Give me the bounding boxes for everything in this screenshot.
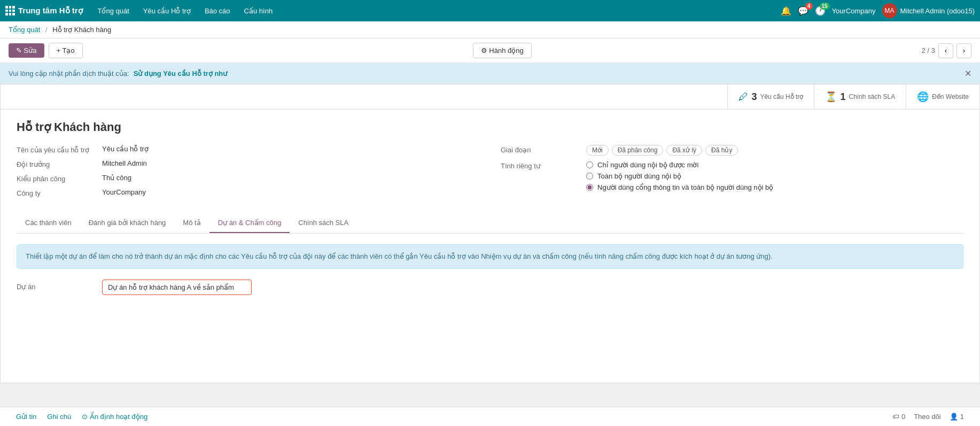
- cong-ty-label: Công ty: [17, 188, 102, 197]
- du-an-input[interactable]: Dự án hỗ trợ khách hàng A về sản phẩm: [102, 280, 252, 295]
- stage-huy[interactable]: Đã hủy: [705, 145, 738, 156]
- kieu-phan-cong-label: Kiểu phân công: [17, 174, 102, 183]
- breadcrumb-current: Hỗ trợ Khách hàng: [52, 26, 111, 34]
- action-button[interactable]: ⚙ Hành động: [473, 43, 532, 58]
- menu-cau-hinh[interactable]: Cấu hình: [238, 4, 279, 18]
- breadcrumb: Tổng quát / Hỗ trợ Khách hàng: [0, 21, 980, 38]
- prev-button[interactable]: ‹: [938, 43, 953, 58]
- tab-chinh-sach[interactable]: Chính sách SLA: [290, 213, 357, 233]
- updates-icon[interactable]: 🕐 15: [815, 6, 826, 16]
- stages-row: Mới Đã phân công Đã xử lý Đã hủy: [586, 145, 738, 156]
- updates-badge: 15: [820, 3, 830, 10]
- info-box: Thiết lập một dự án để làm cho nó trở th…: [17, 244, 963, 269]
- alert-link[interactable]: Sử dụng Yêu cầu Hỗ trợ như: [134, 69, 228, 78]
- menu-bao-cao[interactable]: Báo cáo: [198, 4, 237, 18]
- form-left-col: Tên của yêu cầu hỗ trợ Yêu cầu hỗ trợ Độ…: [17, 145, 479, 203]
- notifications-bell[interactable]: 🔔: [781, 6, 791, 16]
- row-giai-doan: Giai đoạn Mới Đã phân công Đã xử lý Đã h…: [501, 145, 963, 156]
- messages-badge: 4: [805, 3, 813, 10]
- form-grid: Tên của yêu cầu hỗ trợ Yêu cầu hỗ trợ Độ…: [17, 145, 963, 203]
- globe-icon: 🌐: [917, 91, 929, 103]
- row-ten-yeu-cau: Tên của yêu cầu hỗ trợ Yêu cầu hỗ trợ: [17, 145, 479, 154]
- stage-xu-ly[interactable]: Đã xử lý: [666, 145, 702, 156]
- user-menu[interactable]: MA Mitchell Admin (odoo15): [882, 3, 975, 18]
- kieu-phan-cong-value: Thủ công: [102, 174, 479, 182]
- privacy-portal[interactable]: Người dùng cổng thông tin và toàn bộ ngư…: [586, 183, 773, 191]
- main-content: 🖊 3 Yêu cầu Hỗ trợ ⏳ 1 Chính sách SLA 🌐 …: [0, 84, 980, 383]
- yeu-cau-count: 3: [751, 91, 757, 103]
- stage-moi[interactable]: Mới: [586, 145, 609, 156]
- hourglass-icon: ⏳: [825, 91, 837, 103]
- alert-close[interactable]: ✕: [965, 68, 971, 79]
- giai-doan-label: Giai đoạn: [501, 145, 586, 154]
- smart-btn-website[interactable]: 🌐 Đến Website: [906, 84, 979, 109]
- pagination: 2 / 3 ‹ ›: [922, 43, 971, 58]
- edit-button[interactable]: ✎ Sửa: [9, 43, 44, 58]
- privacy-internal[interactable]: Toàn bộ người dùng nội bộ: [586, 172, 773, 180]
- doi-truong-value: Mitchell Admin: [102, 159, 479, 167]
- pagination-text: 2 / 3: [922, 47, 935, 55]
- sla-label: Chính sách SLA: [849, 93, 895, 100]
- pencil-icon: 🖊: [738, 91, 748, 103]
- website-label: Đến Website: [932, 93, 969, 100]
- messages-icon[interactable]: 💬 4: [798, 6, 808, 16]
- row-kieu-phan-cong: Kiểu phân công Thủ công: [17, 174, 479, 183]
- alert-banner: Vui lòng cập nhật phần dịch thuật của: S…: [0, 63, 980, 84]
- tab-thanh-vien[interactable]: Các thành viên: [17, 213, 80, 233]
- tab-danh-gia[interactable]: Đánh giá bởi khách hàng: [80, 213, 175, 233]
- tab-mo-ta[interactable]: Mô tả: [174, 213, 209, 233]
- ten-yeu-cau-label: Tên của yêu cầu hỗ trợ: [17, 145, 102, 154]
- new-button[interactable]: + Tạo: [49, 43, 83, 58]
- smart-btn-sla[interactable]: ⏳ 1 Chính sách SLA: [814, 84, 906, 109]
- company-name[interactable]: YourCompany: [832, 7, 876, 15]
- smart-buttons-bar: 🖊 3 Yêu cầu Hỗ trợ ⏳ 1 Chính sách SLA 🌐 …: [1, 84, 979, 110]
- alert-text: Vui lòng cập nhật phần dịch thuật của:: [9, 69, 129, 78]
- topnav-right: 🔔 💬 4 🕐 15 YourCompany MA Mitchell Admin…: [781, 3, 975, 18]
- row-cong-ty: Công ty YourCompany: [17, 188, 479, 197]
- sla-count: 1: [840, 91, 845, 103]
- cong-ty-value: YourCompany: [102, 188, 479, 196]
- form-title: Hỗ trợ Khách hàng: [17, 120, 963, 134]
- breadcrumb-parent[interactable]: Tổng quát: [9, 26, 40, 34]
- stage-phan-cong[interactable]: Đã phân công: [612, 145, 664, 156]
- privacy-options: Chỉ người dùng nội bộ được mời Toàn bộ n…: [586, 161, 773, 191]
- tinh-rieng-tu-label: Tính riêng tư: [501, 161, 586, 170]
- du-an-field-label: Dự án: [17, 280, 102, 291]
- privacy-invited[interactable]: Chỉ người dùng nội bộ được mời: [586, 161, 773, 169]
- form-area: Hỗ trợ Khách hàng Tên của yêu cầu hỗ trợ…: [1, 110, 979, 213]
- ten-yeu-cau-value: Yêu cầu hỗ trợ: [102, 145, 479, 153]
- row-tinh-rieng-tu: Tính riêng tư Chỉ người dùng nội bộ được…: [501, 161, 963, 191]
- du-an-input-wrapper: Dự án hỗ trợ khách hàng A về sản phẩm: [102, 280, 963, 295]
- brand-name[interactable]: Trung tâm Hỗ trợ: [18, 6, 83, 16]
- doi-truong-label: Đội trưởng: [17, 159, 102, 168]
- tabs-bar: Các thành viên Đánh giá bởi khách hàng M…: [17, 213, 963, 234]
- form-right-col: Giai đoạn Mới Đã phân công Đã xử lý Đã h…: [501, 145, 963, 203]
- next-button[interactable]: ›: [956, 43, 971, 58]
- topnav-menu: Tổng quát Yêu cầu Hỗ trợ Báo cáo Cấu hìn…: [91, 4, 777, 18]
- tab-content-du-an: Thiết lập một dự án để làm cho nó trở th…: [1, 234, 979, 312]
- apps-icon[interactable]: [5, 6, 15, 16]
- menu-yeu-cau[interactable]: Yêu cầu Hỗ trợ: [137, 4, 197, 18]
- user-name: Mitchell Admin (odoo15): [900, 7, 975, 15]
- toolbar: ✎ Sửa + Tạo ⚙ Hành động 2 / 3 ‹ ›: [0, 38, 980, 63]
- du-an-field-group: Dự án Dự án hỗ trợ khách hàng A về sản p…: [17, 280, 963, 295]
- yeu-cau-label: Yêu cầu Hỗ trợ: [760, 93, 803, 100]
- smart-btn-yeu-cau[interactable]: 🖊 3 Yêu cầu Hỗ trợ: [727, 84, 814, 109]
- topnav: Trung tâm Hỗ trợ Tổng quát Yêu cầu Hỗ tr…: [0, 0, 980, 21]
- tab-du-an[interactable]: Dự án & Chấm công: [209, 213, 290, 233]
- user-avatar: MA: [882, 3, 897, 18]
- row-doi-truong: Đội trưởng Mitchell Admin: [17, 159, 479, 168]
- menu-tong-quat[interactable]: Tổng quát: [91, 4, 136, 18]
